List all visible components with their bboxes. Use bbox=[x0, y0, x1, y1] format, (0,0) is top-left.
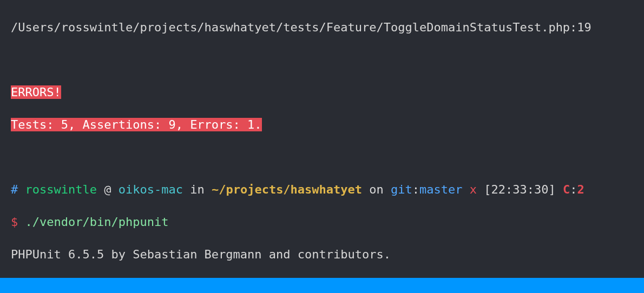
typed-command: ./vendor/bin/phpunit bbox=[25, 215, 169, 229]
prompt-git-label: git bbox=[391, 183, 412, 196]
prompt-exit-label: C bbox=[563, 183, 570, 196]
prompt-host: oikos-mac bbox=[119, 183, 183, 196]
prompt-in: in bbox=[190, 183, 205, 196]
blank-line bbox=[11, 52, 633, 68]
prompt-exit-code: 2 bbox=[577, 183, 584, 196]
prompt-dollar: $ bbox=[11, 215, 18, 229]
shell-prompt-1: # rosswintle @ oikos-mac in ~/projects/h… bbox=[11, 182, 633, 198]
blank-line bbox=[11, 149, 633, 165]
errors-summary-text: Tests: 5, Assertions: 9, Errors: 1. bbox=[11, 118, 262, 131]
prompt-time: [22:33:30] bbox=[484, 183, 555, 196]
errors-header-text: ERRORS! bbox=[11, 85, 61, 99]
prompt-git-branch: master bbox=[419, 183, 462, 196]
prompt-at: @ bbox=[104, 183, 111, 196]
bottom-bar bbox=[0, 278, 644, 293]
prompt-exit-colon: : bbox=[570, 183, 577, 196]
error-file-line: /Users/rosswintle/projects/haswhatyet/te… bbox=[11, 19, 633, 36]
prompt-path: ~/projects/haswhatyet bbox=[212, 183, 362, 196]
phpunit-header: PHPUnit 6.5.5 by Sebastian Bergmann and … bbox=[11, 247, 633, 263]
prompt-user: rosswintle bbox=[25, 183, 97, 196]
prompt-git-colon: : bbox=[412, 183, 419, 196]
command-line-1: $ ./vendor/bin/phpunit bbox=[11, 214, 633, 230]
prompt-git-dirty: x bbox=[470, 183, 477, 196]
terminal-output[interactable]: /Users/rosswintle/projects/haswhatyet/te… bbox=[0, 0, 644, 293]
prompt-hash: # bbox=[11, 183, 18, 196]
prompt-on: on bbox=[369, 183, 384, 196]
errors-summary: Tests: 5, Assertions: 9, Errors: 1. bbox=[11, 117, 633, 133]
errors-header: ERRORS! bbox=[11, 84, 633, 101]
